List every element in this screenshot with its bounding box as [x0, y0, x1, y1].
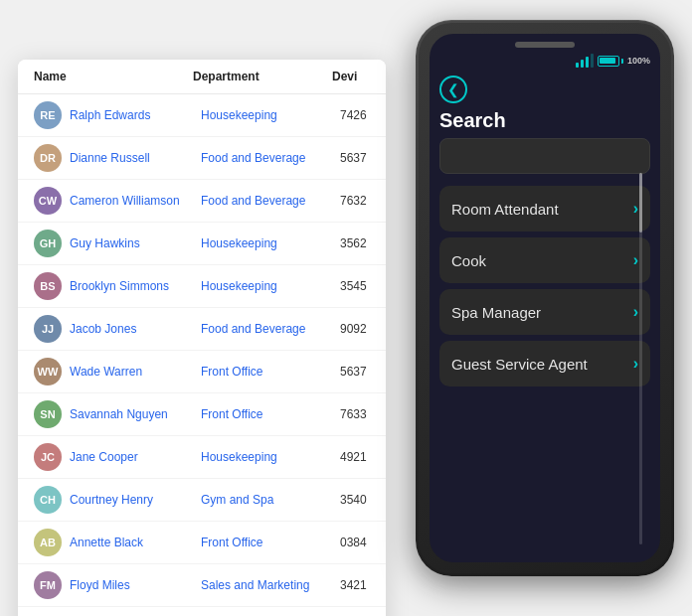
signal-bar-2 [581, 60, 584, 68]
avatar: CW [34, 187, 62, 215]
avatar: RE [34, 101, 62, 129]
chevron-right-icon: › [633, 251, 638, 269]
cell-name: Cameron Williamson [70, 194, 201, 208]
search-input[interactable] [439, 138, 650, 174]
cell-dept: Front Office [201, 536, 340, 549]
table-row[interactable]: JJ Jacob Jones Food and Beverage 9092 [18, 308, 386, 351]
cell-dev: 7632 [340, 194, 370, 208]
avatar: JC [34, 443, 62, 471]
cell-name: Savannah Nguyen [70, 407, 201, 421]
cell-dev: 7426 [340, 108, 370, 122]
cell-name: Brooklyn Simmons [70, 279, 201, 293]
signal-bar-4 [591, 54, 594, 68]
menu-item-label: Spa Manager [451, 304, 541, 321]
cell-dept: Front Office [201, 365, 340, 379]
menu-item-label: Room Attendant [451, 201, 559, 218]
signal-bar-1 [576, 63, 579, 68]
scroll-thumb [639, 173, 642, 232]
back-button[interactable]: ❮ [439, 76, 467, 103]
cell-name: Wade Warren [70, 365, 201, 379]
chevron-right-icon: › [633, 200, 638, 218]
battery-icon [598, 56, 623, 67]
cell-name: Guy Hawkins [70, 236, 201, 250]
cell-name: Jane Cooper [70, 450, 201, 464]
scroll-track [639, 173, 642, 544]
avatar: AB [34, 529, 62, 556]
phone-notch [515, 42, 575, 48]
cell-dept: Housekeeping [201, 236, 340, 250]
cell-dept: Gym and Spa [201, 493, 340, 507]
col-dev: Devi [332, 70, 370, 83]
cell-name: Ralph Edwards [70, 108, 201, 122]
cell-dev: 7633 [340, 407, 370, 421]
avatar: FM [34, 571, 62, 599]
table-body: RE Ralph Edwards Housekeeping 7426 DR Di… [18, 94, 386, 607]
cell-name: Floyd Miles [70, 578, 201, 592]
cell-dev: 4921 [340, 450, 370, 464]
cell-name: Jacob Jones [70, 322, 201, 336]
cell-dev: 5637 [340, 365, 370, 379]
avatar: SN [34, 400, 62, 428]
cell-dev: 9092 [340, 322, 370, 336]
menu-item-label: Guest Service Agent [451, 356, 588, 373]
phone-header-row: ❮ [430, 72, 660, 109]
avatar: GH [34, 230, 62, 257]
table-row[interactable]: AB Annette Black Front Office 0384 [18, 522, 386, 564]
col-dept: Department [193, 70, 332, 83]
table-row[interactable]: GH Guy Hawkins Housekeeping 3562 [18, 223, 386, 265]
avatar: CH [34, 486, 62, 514]
phone-menu-item[interactable]: Guest Service Agent › [439, 341, 650, 386]
table-row[interactable]: WW Wade Warren Front Office 5637 [18, 351, 386, 393]
avatar: WW [34, 358, 62, 385]
col-name: Name [34, 70, 193, 83]
cell-name: Courtney Henry [70, 493, 201, 507]
avatar: BS [34, 272, 62, 300]
cell-dept: Food and Beverage [201, 322, 340, 336]
chevron-right-icon: › [633, 355, 638, 373]
phone-menu-list: Room Attendant › Cook › Spa Manager › Gu… [430, 182, 660, 562]
menu-item-label: Cook [451, 252, 486, 269]
table-row[interactable]: SN Savannah Nguyen Front Office 7633 [18, 393, 386, 436]
table-row[interactable]: RE Ralph Edwards Housekeeping 7426 [18, 94, 386, 137]
cell-dept: Food and Beverage [201, 151, 340, 165]
table-footer: Showing 12 of 400 results [18, 607, 386, 616]
search-label: Search [430, 109, 660, 138]
phone-menu-item[interactable]: Room Attendant › [439, 186, 650, 231]
cell-dev: 0384 [340, 536, 370, 549]
table-row[interactable]: BS Brooklyn Simmons Housekeeping 3545 [18, 265, 386, 308]
table-row[interactable]: DR Dianne Russell Food and Beverage 5637 [18, 137, 386, 180]
signal-bars [576, 54, 594, 68]
cell-dev: 3562 [340, 236, 370, 250]
chevron-right-icon: › [633, 303, 638, 321]
cell-dev: 3421 [340, 578, 370, 592]
phone-device: 100% ❮ Search Room Attendant › Cook › [416, 20, 674, 576]
battery-tip [621, 59, 623, 64]
cell-dept: Food and Beverage [201, 194, 340, 208]
cell-dev: 3545 [340, 279, 370, 293]
status-bar: 100% [430, 52, 660, 72]
phone-screen: 100% ❮ Search Room Attendant › Cook › [430, 34, 660, 562]
cell-dept: Front Office [201, 407, 340, 421]
avatar: JJ [34, 315, 62, 343]
battery-fill [600, 58, 614, 64]
cell-name: Dianne Russell [70, 151, 201, 165]
phone-menu-item[interactable]: Spa Manager › [439, 289, 650, 335]
staff-table: Name Department Devi RE Ralph Edwards Ho… [18, 60, 386, 616]
table-row[interactable]: FM Floyd Miles Sales and Marketing 3421 [18, 564, 386, 607]
table-row[interactable]: CW Cameron Williamson Food and Beverage … [18, 180, 386, 223]
phone-menu-item[interactable]: Cook › [439, 237, 650, 283]
cell-dept: Housekeeping [201, 279, 340, 293]
cell-dev: 5637 [340, 151, 370, 165]
signal-bar-3 [586, 57, 589, 68]
battery-body [598, 56, 619, 67]
table-row[interactable]: CH Courtney Henry Gym and Spa 3540 [18, 479, 386, 522]
cell-name: Annette Black [70, 536, 201, 549]
battery-pct: 100% [627, 56, 650, 66]
cell-dept: Sales and Marketing [201, 578, 340, 592]
cell-dept: Housekeeping [201, 108, 340, 122]
back-arrow-icon: ❮ [447, 81, 459, 97]
table-header: Name Department Devi [18, 60, 386, 94]
cell-dept: Housekeeping [201, 450, 340, 464]
table-row[interactable]: JC Jane Cooper Housekeeping 4921 [18, 436, 386, 479]
cell-dev: 3540 [340, 493, 370, 507]
